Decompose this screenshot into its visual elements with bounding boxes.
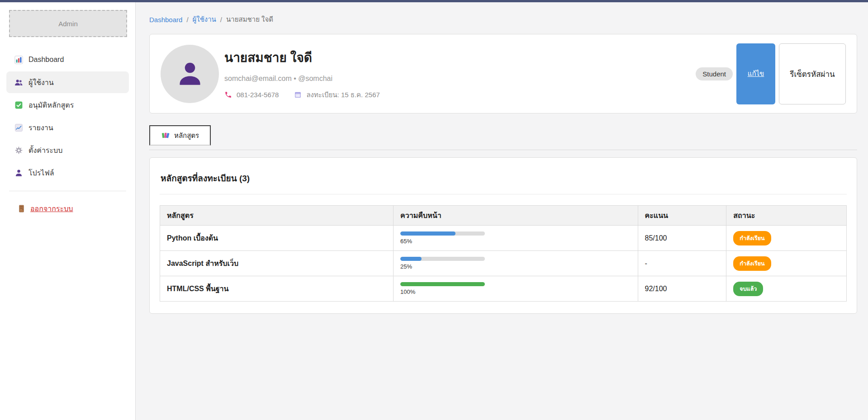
- breadcrumb-link-users[interactable]: ผู้ใช้งาน: [193, 14, 216, 25]
- column-header-score: คะแนน: [638, 206, 726, 226]
- edit-button[interactable]: แก้ไข: [736, 43, 775, 104]
- avatar: [161, 45, 219, 103]
- profile-email: somchai@email.com • @somchai: [224, 75, 696, 83]
- user-profile-card: นายสมชาย ใจดี somchai@email.com • @somch…: [149, 34, 857, 113]
- table-row: Python เบื้องต้น 65% 85/100 กำลังเรียน: [160, 226, 847, 251]
- sidebar-item-label: ตั้งค่าระบบ: [28, 145, 62, 156]
- status-badge: จบแล้ว: [733, 282, 763, 296]
- profile-actions: Student แก้ไข รีเซ็ตรหัสผ่าน: [696, 43, 846, 104]
- registered-courses-card: หลักสูตรที่ลงทะเบียน (3) หลักสูตร ความคื…: [149, 157, 857, 314]
- score-value: -: [638, 251, 726, 276]
- breadcrumb-current: นายสมชาย ใจดี: [226, 14, 273, 25]
- person-icon: [14, 169, 23, 177]
- sidebar-item-label: โปรไฟล์: [28, 167, 54, 179]
- table-row: JavaScript สำหรับเว็บ 25% - กำลังเรียน: [160, 251, 847, 276]
- person-icon: [175, 59, 205, 89]
- sidebar-item-profile[interactable]: โปรไฟล์: [6, 162, 129, 184]
- breadcrumb-separator: /: [186, 16, 188, 24]
- role-badge: Student: [696, 67, 733, 80]
- profile-contact-row: 081-234-5678 ลงทะเบียน: 15 ธ.ค. 2567: [224, 90, 696, 100]
- bar-chart-icon: [14, 56, 23, 64]
- reset-password-button[interactable]: รีเซ็ตรหัสผ่าน: [779, 43, 846, 104]
- sidebar-item-settings[interactable]: ตั้งค่าระบบ: [6, 139, 129, 161]
- calendar-icon: [294, 91, 302, 99]
- sidebar-item-label: รายงาน: [28, 122, 53, 133]
- logout-link[interactable]: ออกจากระบบ: [17, 203, 73, 214]
- breadcrumb: Dashboard / ผู้ใช้งาน / นายสมชาย ใจดี: [149, 14, 857, 25]
- profile-registered-date: ลงทะเบียน: 15 ธ.ค. 2567: [306, 90, 379, 100]
- course-name: JavaScript สำหรับเว็บ: [167, 260, 238, 267]
- progress-bar-fill: [400, 257, 422, 261]
- check-icon: [14, 101, 23, 109]
- progress-label: 25%: [400, 263, 631, 270]
- phone-icon: [224, 91, 232, 99]
- tab-courses[interactable]: หลักสูตร: [149, 125, 211, 146]
- progress-label: 100%: [400, 288, 631, 295]
- progress-bar: [400, 257, 485, 261]
- column-header-progress: ความคืบหน้า: [394, 206, 638, 226]
- books-icon: [161, 131, 170, 140]
- sidebar-item-label: Dashboard: [28, 56, 64, 64]
- status-badge: กำลังเรียน: [733, 231, 771, 245]
- profile-info: นายสมชาย ใจดี somchai@email.com • @somch…: [224, 47, 696, 100]
- sidebar-divider: [9, 191, 126, 191]
- score-value: 92/100: [638, 276, 726, 302]
- profile-name: นายสมชาย ใจดี: [224, 47, 696, 67]
- score-value: 85/100: [638, 226, 726, 251]
- table-row: HTML/CSS พื้นฐาน 100% 92/100 จบแล้ว: [160, 276, 847, 302]
- courses-table: หลักสูตร ความคืบหน้า คะแนน สถานะ Python …: [160, 205, 847, 302]
- gear-icon: [14, 146, 23, 155]
- progress-bar: [400, 231, 485, 236]
- progress-label: 65%: [400, 238, 631, 245]
- column-header-course: หลักสูตร: [160, 206, 394, 226]
- card-divider: [160, 194, 847, 194]
- main-content: Dashboard / ผู้ใช้งาน / นายสมชาย ใจดี นา…: [136, 2, 868, 420]
- column-header-status: สถานะ: [726, 206, 847, 226]
- tab-courses-label: หลักสูตร: [174, 130, 199, 141]
- sidebar-item-label: ผู้ใช้งาน: [28, 77, 54, 88]
- course-name: Python เบื้องต้น: [167, 234, 218, 242]
- sidebar-item-label: อนุมัติหลักสูตร: [28, 99, 74, 111]
- sidebar-item-approve-courses[interactable]: อนุมัติหลักสูตร: [6, 94, 129, 116]
- breadcrumb-separator: /: [220, 16, 222, 24]
- admin-logo-box: Admin: [9, 10, 127, 37]
- admin-logo-label: Admin: [58, 20, 78, 28]
- users-icon: [14, 78, 23, 87]
- line-chart-icon: [14, 123, 23, 132]
- progress-bar-fill: [400, 231, 455, 236]
- sidebar-item-dashboard[interactable]: Dashboard: [6, 49, 129, 71]
- status-badge: กำลังเรียน: [733, 256, 771, 271]
- progress-bar: [400, 282, 485, 286]
- door-icon: [17, 204, 26, 213]
- sidebar-item-reports[interactable]: รายงาน: [6, 117, 129, 138]
- sidebar-item-users[interactable]: ผู้ใช้งาน: [6, 71, 129, 93]
- breadcrumb-link-dashboard[interactable]: Dashboard: [149, 16, 182, 24]
- tab-bar: หลักสูตร: [149, 125, 857, 150]
- course-name: HTML/CSS พื้นฐาน: [167, 285, 228, 293]
- sidebar: Admin Dashboard ผู้ใช้งาน อนุมัติหลักสูต…: [0, 2, 136, 420]
- table-header-row: หลักสูตร ความคืบหน้า คะแนน สถานะ: [160, 206, 847, 226]
- courses-card-title: หลักสูตรที่ลงทะเบียน (3): [160, 168, 847, 185]
- profile-phone: 081-234-5678: [237, 91, 279, 99]
- progress-bar-fill: [400, 282, 485, 286]
- logout-label: ออกจากระบบ: [30, 203, 73, 214]
